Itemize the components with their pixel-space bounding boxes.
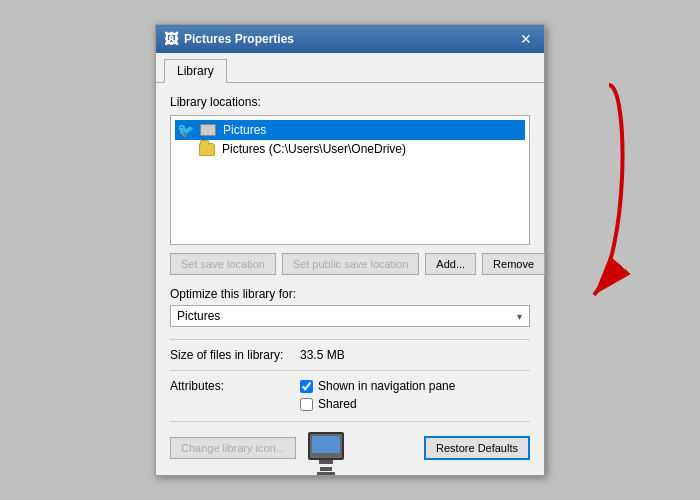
optimize-select-wrapper: General Items Documents Music Pictures V… (170, 305, 530, 327)
library-buttons-row: Set save location Set public save locati… (170, 253, 530, 275)
red-arrow (539, 75, 639, 315)
pictures-properties-dialog: 🖼 Pictures Properties ✕ Library Library … (155, 24, 545, 476)
checkboxes: Shown in navigation pane Shared (300, 379, 455, 411)
monitor-icon-container (308, 432, 344, 463)
shown-in-nav-label: Shown in navigation pane (318, 379, 455, 393)
bird-icon: 🐦 (177, 122, 194, 138)
bottom-row: Change library icon... Restore Defaults (170, 421, 530, 463)
monitor-base (317, 472, 335, 475)
size-label: Size of files in library: (170, 348, 300, 362)
divider-2 (170, 370, 530, 371)
tab-bar: Library (156, 53, 544, 83)
monitor-icon (308, 432, 344, 460)
size-value: 33.5 MB (300, 348, 345, 362)
title-bar: 🖼 Pictures Properties ✕ (156, 25, 544, 53)
close-button[interactable]: ✕ (516, 32, 536, 46)
library-locations-label: Library locations: (170, 95, 530, 109)
bottom-left: Change library icon... (170, 432, 344, 463)
size-info-row: Size of files in library: 33.5 MB (170, 348, 530, 362)
optimize-select-row: General Items Documents Music Pictures V… (170, 305, 530, 327)
list-item[interactable]: 🐦 Pictures (175, 120, 525, 140)
set-public-save-location-button[interactable]: Set public save location (282, 253, 420, 275)
library-list[interactable]: 🐦 Pictures Pictures (C:\Users\User\OneDr… (170, 115, 530, 245)
optimize-label: Optimize this library for: (170, 287, 530, 301)
set-save-location-button[interactable]: Set save location (170, 253, 276, 275)
attributes-label: Attributes: (170, 379, 300, 393)
dialog-icon: 🖼 (164, 31, 178, 47)
tab-library[interactable]: Library (164, 59, 227, 83)
remove-button[interactable]: Remove (482, 253, 545, 275)
monitor-stand (320, 467, 332, 471)
shown-in-nav-checkbox[interactable] (300, 380, 313, 393)
library-subitem-name: Pictures (C:\Users\User\OneDrive) (222, 142, 406, 156)
optimize-select[interactable]: General Items Documents Music Pictures V… (170, 305, 530, 327)
library-item-name: Pictures (223, 123, 266, 137)
drive-icon (200, 124, 216, 136)
dialog-title: Pictures Properties (184, 32, 294, 46)
shared-checkbox[interactable] (300, 398, 313, 411)
shown-in-nav-row: Shown in navigation pane (300, 379, 455, 393)
change-library-icon-button[interactable]: Change library icon... (170, 437, 296, 459)
title-bar-left: 🖼 Pictures Properties (164, 31, 294, 47)
add-button[interactable]: Add... (425, 253, 476, 275)
dialog-content: Library locations: 🐦 Pictures Pictures (… (156, 83, 544, 475)
shared-row: Shared (300, 397, 455, 411)
attributes-section: Attributes: Shown in navigation pane Sha… (170, 379, 530, 411)
divider-1 (170, 339, 530, 340)
list-item[interactable]: Pictures (C:\Users\User\OneDrive) (175, 140, 525, 158)
shared-label: Shared (318, 397, 357, 411)
folder-icon (199, 143, 215, 156)
restore-defaults-button[interactable]: Restore Defaults (424, 436, 530, 460)
